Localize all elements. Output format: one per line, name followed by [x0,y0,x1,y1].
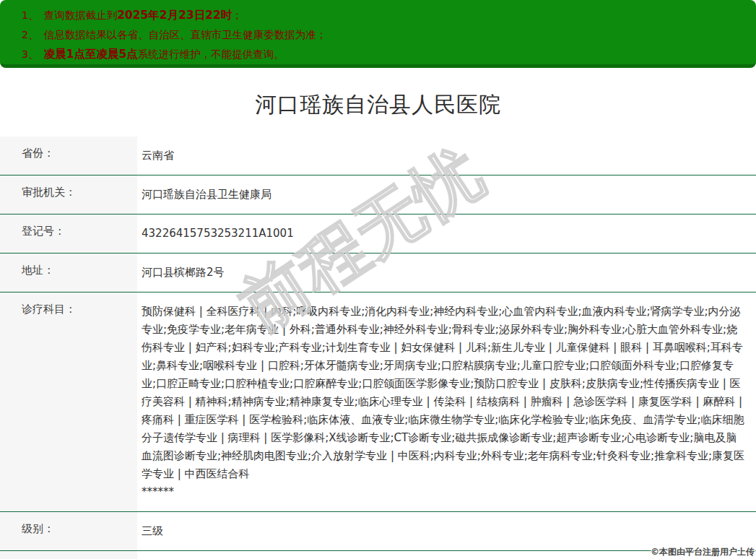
notice-number: 2、 [22,29,39,40]
row-address: 地址： 河口县槟榔路2号 [0,254,756,292]
notice-text: 信息数据结果以各省、自治区、直辖市卫生健康委数据为准； [44,29,327,40]
row-label [0,551,137,559]
notice-text: 系统进行维护，不能提供查询。 [138,48,284,60]
notice-text: 查询数据截止到 [44,9,118,21]
row-label: 审批机关： [0,176,137,214]
row-departments: 诊疗科目： 预防保健科 | 全科医疗科 | 内科;呼吸内科专业;消化内科专业;神… [0,292,756,512]
row-label: 省份： [0,136,137,175]
notice-item: 3、凌晨1点至凌晨5点系统进行维护，不能提供查询。 [22,45,742,64]
row-value: 43226415753253211A1001 [137,214,756,253]
notice-item: 1、查询数据截止到2025年2月23日22时； [22,6,742,25]
row-level: 级别： 三级 [0,512,756,551]
row-value: 预防保健科 | 全科医疗科 | 内科;呼吸内科专业;消化内科专业;神经内科专业;… [137,292,756,511]
notice-text: ； [232,9,243,21]
notice-text-bold: 凌晨1点至凌晨5点 [44,48,138,61]
row-value: 三级 [137,512,756,550]
hospital-info-table: 省份： 云南省 审批机关： 河口瑶族自治县卫生健康局 登记号： 43226415… [0,136,756,559]
notice-number: 1、 [22,9,39,21]
row-value: 云南省 [137,136,756,175]
row-value: 河口县槟榔路2号 [137,254,756,292]
row-approval-authority: 审批机关： 河口瑶族自治县卫生健康局 [0,176,756,214]
row-registration-number: 登记号： 43226415753253211A1001 [0,214,756,254]
row-label: 地址： [0,254,137,292]
notice-item: 2、信息数据结果以各省、自治区、直辖市卫生健康委数据为准； [22,25,742,45]
row-partial [0,551,756,559]
row-label: 登记号： [0,214,137,253]
notice-number: 3、 [22,48,39,60]
row-province: 省份： 云南省 [0,136,756,176]
row-label: 级别： [0,512,137,550]
upload-attribution: ©本图由平台注册用户上传 [651,546,755,558]
page-title: 河口瑶族自治县人民医院 [0,90,756,120]
row-label: 诊疗科目： [0,292,137,511]
notice-banner: 1、查询数据截止到2025年2月23日22时； 2、信息数据结果以各省、自治区、… [0,0,756,68]
notice-text-bold: 2025年2月23日22时 [117,9,232,22]
row-value: 河口瑶族自治县卫生健康局 [137,176,756,214]
